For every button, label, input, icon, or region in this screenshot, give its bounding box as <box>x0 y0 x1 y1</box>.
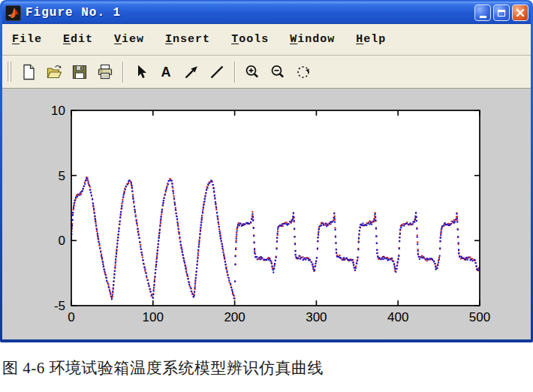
edit-pointer-button[interactable] <box>129 61 152 83</box>
rotate-3d-icon <box>294 63 312 81</box>
printer-icon <box>96 63 114 81</box>
toolbar-separator <box>122 62 124 83</box>
new-figure-button[interactable] <box>17 61 40 83</box>
window-title: Figure No. 1 <box>26 6 472 20</box>
menu-help-mnemonic: H <box>356 33 363 46</box>
menu-view[interactable]: View <box>114 33 144 46</box>
window-controls <box>472 5 528 21</box>
zoom-out-icon <box>269 63 287 81</box>
menu-edit[interactable]: Edit <box>63 33 93 46</box>
x-tick-label: 400 <box>387 310 408 324</box>
line-tool-icon <box>208 63 226 81</box>
menu-file[interactable]: File <box>12 33 42 46</box>
menu-help[interactable]: Help <box>356 33 386 46</box>
menu-window-mnemonic: W <box>290 33 297 46</box>
open-folder-icon <box>45 63 63 81</box>
menu-tools-mnemonic: T <box>231 33 239 46</box>
figure-caption: 图 4-6 环境试验箱温度系统模型辨识仿真曲线 <box>2 357 531 378</box>
close-button[interactable] <box>512 5 528 21</box>
menu-edit-mnemonic: E <box>63 33 71 46</box>
x-tick-label: 500 <box>469 310 490 324</box>
text-tool-glyph: A <box>161 65 171 80</box>
matlab-app-icon <box>5 5 21 21</box>
maximize-icon <box>498 10 505 17</box>
print-figure-button[interactable] <box>94 61 116 83</box>
menu-tools-label: ools <box>239 33 269 46</box>
open-file-button[interactable] <box>43 61 65 83</box>
x-tick-label: 300 <box>306 310 327 324</box>
minimize-button[interactable] <box>474 5 491 21</box>
rotate-3d-button[interactable] <box>292 61 315 83</box>
menu-insert-mnemonic: I <box>165 33 173 46</box>
close-icon <box>516 8 525 17</box>
insert-line-button[interactable] <box>206 61 228 83</box>
text-tool-icon: A <box>157 63 175 81</box>
insert-text-button[interactable]: A <box>155 61 177 83</box>
menubar: File Edit View Insert Tools Window Help <box>2 24 531 56</box>
titlebar[interactable]: Figure No. 1 <box>2 2 531 24</box>
insert-arrow-button[interactable] <box>180 61 203 83</box>
menu-window[interactable]: Window <box>290 33 335 46</box>
menu-insert-label: nsert <box>173 33 210 46</box>
y-tick-label: 5 <box>59 169 65 183</box>
save-figure-button[interactable] <box>68 61 91 83</box>
new-document-icon <box>20 63 38 81</box>
save-floppy-icon <box>71 63 89 81</box>
toolbar-grip[interactable] <box>7 62 13 82</box>
toolbar: A <box>2 56 531 89</box>
y-tick-label: -5 <box>54 299 65 313</box>
zoom-in-icon <box>243 63 261 81</box>
x-tick-label: 200 <box>224 310 245 324</box>
zoom-out-button[interactable] <box>266 61 289 83</box>
axes-plot: 0100200300400500-50510 <box>2 89 531 339</box>
minimize-icon <box>480 16 486 18</box>
y-tick-label: 0 <box>59 234 65 248</box>
menu-view-label: iew <box>122 33 144 46</box>
menu-window-label: indow <box>297 33 335 46</box>
menu-help-label: elp <box>363 33 386 46</box>
menu-edit-label: dit <box>71 33 93 46</box>
menu-view-mnemonic: V <box>114 33 122 46</box>
maximize-button[interactable] <box>493 5 510 21</box>
pointer-arrow-icon <box>131 63 149 81</box>
arrow-tool-icon <box>182 63 200 81</box>
toolbar-separator <box>234 62 236 83</box>
zoom-in-button[interactable] <box>241 61 263 83</box>
matlab-figure-window: Figure No. 1 File Edit View Insert Tools… <box>0 0 533 342</box>
x-tick-label: 0 <box>68 310 74 324</box>
plot-area[interactable] <box>71 110 480 306</box>
figure-canvas: 0100200300400500-50510 <box>2 89 531 339</box>
menu-file-mnemonic: F <box>12 33 20 46</box>
page: { "window": { "title": "Figure No. 1" },… <box>0 0 533 392</box>
y-tick-label: 10 <box>51 104 65 118</box>
menu-insert[interactable]: Insert <box>165 33 210 46</box>
menu-tools[interactable]: Tools <box>231 33 269 46</box>
menu-file-label: ile <box>20 33 42 46</box>
x-tick-label: 100 <box>143 310 164 324</box>
